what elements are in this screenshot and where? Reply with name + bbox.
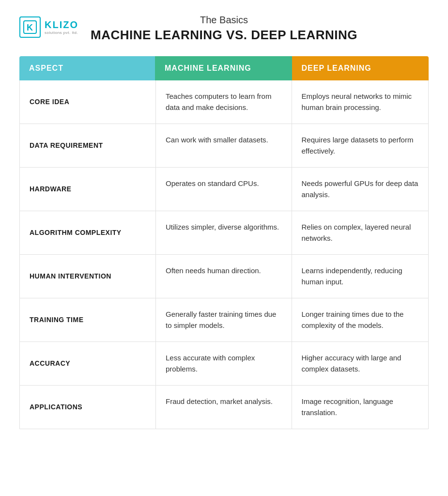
logo-text: KLIZO solutions pvt. ltd. bbox=[45, 20, 78, 35]
cell-dl-1: Requires large datasets to perform effec… bbox=[292, 124, 429, 167]
table-row: APPLICATIONSFraud detection, market anal… bbox=[20, 386, 428, 429]
cell-ml-6: Less accurate with complex problems. bbox=[155, 342, 292, 385]
title-group: The Basics MACHINE LEARNING VS. DEEP LEA… bbox=[19, 15, 429, 43]
cell-aspect-5: TRAINING TIME bbox=[20, 298, 155, 341]
cell-dl-2: Needs powerful GPUs for deep data analys… bbox=[292, 168, 429, 211]
table-header: ASPECT MACHINE LEARNING DEEP LEARNING bbox=[19, 56, 429, 80]
cell-dl-6: Higher accuracy with large and complex d… bbox=[292, 342, 429, 385]
table-row: DATA REQUIREMENTCan work with smaller da… bbox=[20, 124, 428, 168]
cell-ml-1: Can work with smaller datasets. bbox=[155, 124, 292, 167]
cell-ml-0: Teaches computers to learn from data and… bbox=[155, 80, 292, 124]
table-row: ACCURACYLess accurate with complex probl… bbox=[20, 342, 428, 386]
col-aspect: ASPECT bbox=[19, 56, 155, 80]
cell-aspect-4: HUMAN INTERVENTION bbox=[20, 255, 155, 298]
table-row: TRAINING TIMEGenerally faster training t… bbox=[20, 298, 428, 342]
logo-name: KLIZO bbox=[45, 20, 78, 30]
cell-dl-3: Relies on complex, layered neural networ… bbox=[292, 211, 429, 254]
col-dl: DEEP LEARNING bbox=[292, 56, 429, 80]
page-title: MACHINE LEARNING VS. DEEP LEARNING bbox=[19, 28, 429, 43]
page-subtitle: The Basics bbox=[19, 15, 429, 26]
cell-dl-7: Image recognition, language translation. bbox=[292, 386, 429, 429]
table-body: CORE IDEATeaches computers to learn from… bbox=[19, 80, 429, 429]
cell-ml-7: Fraud detection, market analysis. bbox=[155, 386, 292, 429]
cell-ml-4: Often needs human direction. bbox=[155, 255, 292, 298]
table-row: HARDWAREOperates on standard CPUs.Needs … bbox=[20, 168, 428, 211]
page-container: K KLIZO solutions pvt. ltd. The Basics M… bbox=[19, 15, 429, 429]
cell-aspect-3: ALGORITHM COMPLEXITY bbox=[20, 211, 155, 254]
cell-dl-0: Employs neural networks to mimic human b… bbox=[292, 80, 429, 124]
cell-aspect-2: HARDWARE bbox=[20, 168, 155, 211]
table-row: CORE IDEATeaches computers to learn from… bbox=[20, 80, 428, 124]
cell-ml-2: Operates on standard CPUs. bbox=[155, 168, 292, 211]
cell-ml-3: Utilizes simpler, diverse algorithms. bbox=[155, 211, 292, 254]
cell-aspect-0: CORE IDEA bbox=[20, 80, 155, 124]
logo-area: K KLIZO solutions pvt. ltd. bbox=[19, 16, 78, 38]
cell-aspect-6: ACCURACY bbox=[20, 342, 155, 385]
cell-ml-5: Generally faster training times due to s… bbox=[155, 298, 292, 341]
col-ml: MACHINE LEARNING bbox=[155, 56, 292, 80]
cell-aspect-1: DATA REQUIREMENT bbox=[20, 124, 155, 167]
header: K KLIZO solutions pvt. ltd. The Basics M… bbox=[19, 15, 429, 43]
logo-icon: K bbox=[19, 16, 41, 38]
logo-tagline: solutions pvt. ltd. bbox=[45, 31, 78, 35]
svg-text:K: K bbox=[27, 23, 33, 32]
table-row: HUMAN INTERVENTIONOften needs human dire… bbox=[20, 255, 428, 298]
cell-dl-4: Learns independently, reducing human inp… bbox=[292, 255, 429, 298]
cell-aspect-7: APPLICATIONS bbox=[20, 386, 155, 429]
table-row: ALGORITHM COMPLEXITYUtilizes simpler, di… bbox=[20, 211, 428, 255]
cell-dl-5: Longer training times due to the complex… bbox=[292, 298, 429, 341]
